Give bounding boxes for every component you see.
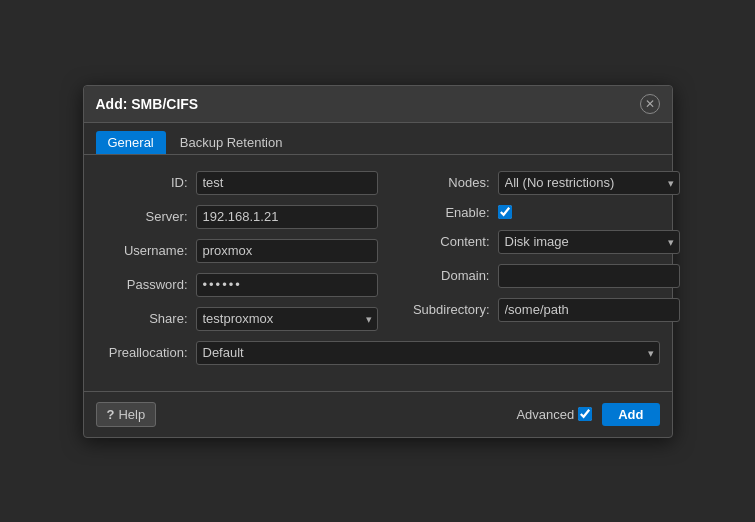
close-button[interactable]: ✕	[640, 94, 660, 114]
field-enable: Enable:	[398, 205, 680, 220]
field-server: Server:	[96, 205, 378, 229]
label-domain: Domain:	[398, 268, 498, 283]
tab-backup-retention[interactable]: Backup Retention	[168, 131, 295, 154]
form-grid: ID: Server: Username: Password:	[96, 171, 660, 341]
label-enable: Enable:	[398, 205, 498, 220]
label-server: Server:	[96, 209, 196, 224]
checkbox-enable[interactable]	[498, 205, 512, 219]
input-subdirectory[interactable]	[498, 298, 680, 322]
field-preallocation: Preallocation: Default	[96, 341, 660, 365]
input-username[interactable]	[196, 239, 378, 263]
label-subdirectory: Subdirectory:	[398, 302, 498, 317]
footer-left: ? Help	[96, 402, 157, 427]
help-button[interactable]: ? Help	[96, 402, 157, 427]
field-content: Content: Disk image	[398, 230, 680, 254]
nodes-select-wrapper: All (No restrictions)	[498, 171, 680, 195]
form-right: Nodes: All (No restrictions) Enable:	[398, 171, 680, 341]
dialog-title: Add: SMB/CIFS	[96, 96, 199, 112]
content-select-wrapper: Disk image	[498, 230, 680, 254]
field-password: Password:	[96, 273, 378, 297]
select-share[interactable]: testproxmox	[196, 307, 378, 331]
dialog-footer: ? Help Advanced Add	[84, 391, 672, 437]
advanced-text: Advanced	[516, 407, 574, 422]
overlay: Add: SMB/CIFS ✕ General Backup Retention…	[0, 0, 755, 522]
dialog: Add: SMB/CIFS ✕ General Backup Retention…	[83, 85, 673, 438]
label-preallocation: Preallocation:	[96, 345, 196, 360]
field-username: Username:	[96, 239, 378, 263]
dialog-header: Add: SMB/CIFS ✕	[84, 86, 672, 123]
share-select-wrapper: testproxmox	[196, 307, 378, 331]
field-domain: Domain:	[398, 264, 680, 288]
dialog-body: ID: Server: Username: Password:	[84, 155, 672, 391]
input-domain[interactable]	[498, 264, 680, 288]
label-content: Content:	[398, 234, 498, 249]
help-label: Help	[118, 407, 145, 422]
label-id: ID:	[96, 175, 196, 190]
preallocation-select-wrapper: Default	[196, 341, 660, 365]
field-share: Share: testproxmox	[96, 307, 378, 331]
add-button[interactable]: Add	[602, 403, 659, 426]
field-id: ID:	[96, 171, 378, 195]
field-subdirectory: Subdirectory:	[398, 298, 680, 322]
field-nodes: Nodes: All (No restrictions)	[398, 171, 680, 195]
advanced-label: Advanced	[516, 407, 592, 422]
select-preallocation[interactable]: Default	[196, 341, 660, 365]
label-password: Password:	[96, 277, 196, 292]
enable-checkbox-wrapper	[498, 205, 512, 219]
tab-bar: General Backup Retention	[84, 123, 672, 155]
input-id[interactable]	[196, 171, 378, 195]
select-nodes[interactable]: All (No restrictions)	[498, 171, 680, 195]
label-username: Username:	[96, 243, 196, 258]
checkbox-advanced[interactable]	[578, 407, 592, 421]
input-password[interactable]	[196, 273, 378, 297]
label-share: Share:	[96, 311, 196, 326]
tab-general[interactable]: General	[96, 131, 166, 154]
form-left: ID: Server: Username: Password:	[96, 171, 378, 341]
question-icon: ?	[107, 407, 115, 422]
select-content[interactable]: Disk image	[498, 230, 680, 254]
footer-right: Advanced Add	[516, 403, 659, 426]
label-nodes: Nodes:	[398, 175, 498, 190]
input-server[interactable]	[196, 205, 378, 229]
